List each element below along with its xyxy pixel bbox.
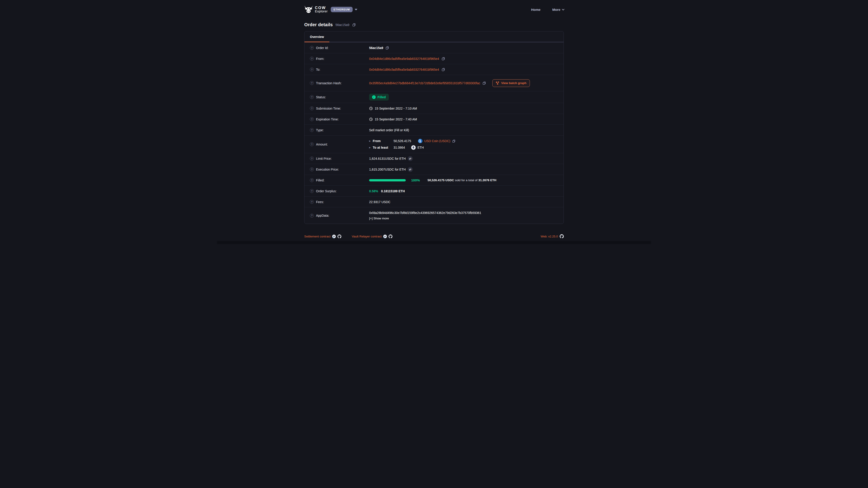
network-badge[interactable]: ETHEREUM (331, 7, 352, 12)
status-label: Status: (316, 95, 326, 99)
tab-overview[interactable]: Overview (305, 31, 329, 42)
order-details-card: Overview ? Order Id: 56ac15a9 ? From: 0x… (304, 31, 564, 224)
filled-summary-text: sold for a total of (455, 178, 477, 182)
filled-progress-bar (369, 179, 406, 182)
copy-order-id-button[interactable] (352, 23, 356, 27)
invert-price-icon[interactable]: ⇄ (408, 167, 413, 172)
submission-time-label: Submission Time: (316, 107, 341, 110)
row-fees: ? Fees: 22.9317 USDC (305, 196, 563, 207)
etherscan-icon[interactable] (332, 234, 336, 238)
copy-tx-hash-button[interactable] (483, 81, 486, 85)
row-order-id: ? Order Id: 56ac15a9 (305, 42, 563, 53)
appdata-label: AppData: (316, 214, 329, 217)
copy-order-id-row-button[interactable] (385, 46, 389, 50)
vault-relayer-link-group: Vault Relayer contract (352, 234, 393, 238)
settlement-contract-link-group: Settlement contract (304, 234, 341, 238)
execution-price-value: 1,615.2007USDC for ETH (369, 168, 406, 171)
help-icon[interactable]: ? (310, 200, 314, 204)
etherscan-icon[interactable] (383, 234, 387, 238)
check-circle-icon: ✓ (372, 95, 376, 99)
type-value: Sell market order (Fill or Kill) (369, 128, 409, 132)
tab-bar: Overview (305, 31, 563, 42)
view-batch-graph-button[interactable]: View batch graph (492, 79, 530, 87)
help-icon[interactable]: ? (310, 167, 314, 171)
amount-to-value: 31.0864 (394, 146, 411, 149)
copy-from-address-button[interactable] (441, 57, 445, 61)
help-icon[interactable]: ? (310, 189, 314, 193)
nav-home-label: Home (531, 8, 540, 11)
appdata-value: 0xfda28b94d496c30e7bf8d159f8e2c439692657… (369, 211, 481, 215)
row-filled: ? Filled: 100% 50,526.4175 USDCsold for … (305, 175, 563, 186)
help-icon[interactable]: ? (310, 57, 314, 61)
tx-hash-link[interactable]: 0x35f65ec4a9d84e27bdb6844f13e7cb72d9de62… (369, 81, 480, 85)
help-icon[interactable]: ? (310, 46, 314, 50)
from-address-link[interactable]: 0x04d84e1d86cfad5ffea5e9ab833276481bf965… (369, 57, 439, 61)
amount-to-label: To at least (373, 146, 394, 149)
page-title: Order details (304, 22, 333, 27)
expiration-time-value: 15 September 2022 - 7:40 AM (375, 118, 417, 121)
svg-text:$: $ (420, 140, 421, 142)
vault-relayer-contract-link[interactable]: Vault Relayer contract (352, 235, 381, 238)
copy-to-address-button[interactable] (441, 68, 445, 71)
help-icon[interactable]: ? (310, 81, 314, 85)
help-icon[interactable]: ? (310, 178, 314, 182)
appdata-show-more-link[interactable]: [+] Show more (369, 217, 389, 220)
amount-from-value: 50,526.4175 (394, 139, 418, 143)
row-status: ? Status: ✓ Filled (305, 91, 563, 103)
usdc-token-link[interactable]: USD Coin (USDC) (424, 139, 450, 143)
order-id-label: Order Id: (316, 46, 329, 50)
row-to: ? To: 0x04d84e1d86cfad5ffea5e9ab83327648… (305, 64, 563, 75)
filled-label: Filled: (316, 178, 324, 182)
order-surplus-label: Order Surplus: (316, 189, 337, 193)
copy-icon (352, 23, 356, 27)
view-batch-graph-label: View batch graph (501, 81, 526, 85)
row-transaction-hash: ? Transaction Hash: 0x35f65ec4a9d84e27bd… (305, 75, 563, 91)
cow-explorer-logo[interactable]: COW Explorer (304, 5, 328, 14)
web-version-link[interactable]: Web: v2.25.0 (541, 235, 558, 238)
batch-graph-icon (496, 81, 499, 85)
help-icon[interactable]: ? (310, 128, 314, 132)
fees-value: 22.9317 USDC (369, 200, 391, 204)
help-icon[interactable]: ? (310, 142, 314, 146)
chevron-down-icon (562, 8, 564, 10)
order-short-id: 56ac15a9 (336, 23, 349, 27)
help-icon[interactable]: ? (310, 214, 314, 218)
github-icon[interactable] (560, 234, 564, 238)
settlement-contract-link[interactable]: Settlement contract (304, 235, 331, 238)
amount-from-label: From (373, 139, 394, 143)
row-submission-time: ? Submission Time: 15 September 2022 - 7… (305, 103, 563, 113)
help-icon[interactable]: ? (310, 95, 314, 99)
amount-from-line: ▶ From 50,526.4175 $ USD Coin (USDC) (369, 139, 456, 143)
network-dropdown-caret-icon[interactable] (355, 9, 358, 10)
from-label: From: (316, 57, 324, 61)
help-icon[interactable]: ? (310, 106, 314, 110)
row-type: ? Type: Sell market order (Fill or Kill) (305, 125, 563, 135)
help-icon[interactable]: ? (310, 68, 314, 71)
page-footer: Settlement contract Vault Relayer contra… (304, 234, 564, 238)
fees-label: Fees: (316, 200, 324, 204)
invert-price-icon[interactable]: ⇄ (408, 156, 413, 161)
help-icon[interactable]: ? (310, 157, 314, 160)
nav-item-more[interactable]: More (552, 8, 564, 11)
copy-icon (483, 81, 486, 85)
limit-price-label: Limit Price: (316, 157, 332, 160)
copy-usdc-token-button[interactable] (452, 139, 456, 143)
brand-wordmark: COW Explorer (315, 6, 328, 13)
execution-price-label: Execution Price: (316, 168, 339, 171)
help-icon[interactable]: ? (310, 117, 314, 121)
row-order-surplus: ? Order Surplus: 0.58% 0.18115189 ETH (305, 186, 563, 196)
eth-token-label: ETH (417, 146, 424, 149)
usdc-token-icon: $ (418, 139, 423, 143)
github-icon[interactable] (389, 234, 393, 238)
row-appdata: ? AppData: 0xfda28b94d496c30e7bf8d159f8e… (305, 207, 563, 224)
filled-sold-amount: 50,526.4175 USDC (428, 178, 454, 182)
clock-icon (369, 118, 373, 121)
filled-summary: 50,526.4175 USDCsold for a total of31.26… (428, 178, 496, 182)
to-address-link[interactable]: 0x04d84e1d86cfad5ffea5e9ab833276481bf965… (369, 68, 439, 71)
brand-line1: COW (315, 6, 328, 10)
status-value: Filled (377, 95, 386, 99)
to-label: To: (316, 68, 320, 71)
github-icon[interactable] (338, 234, 341, 238)
row-amount: ? Amount: ▶ From 50,526.4175 $ USD Coin … (305, 135, 563, 153)
nav-item-home[interactable]: Home (531, 8, 540, 11)
